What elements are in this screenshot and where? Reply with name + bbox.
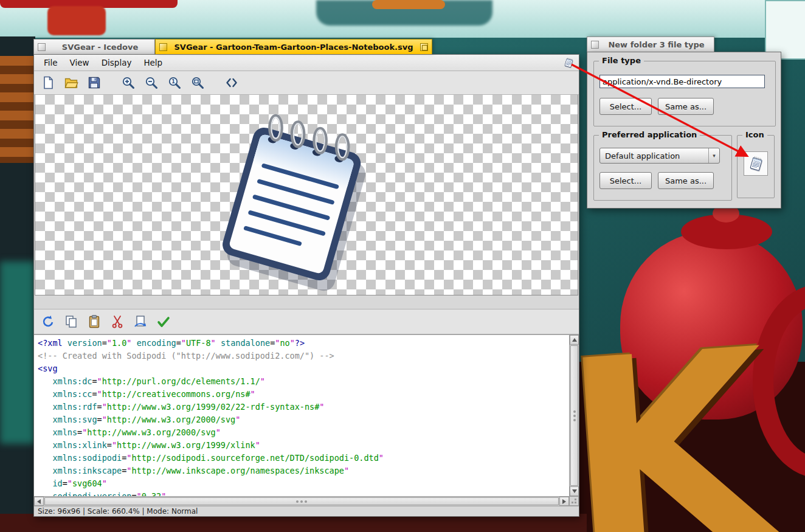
document-drag-icon[interactable] — [562, 56, 575, 69]
down-arrow-icon — [572, 489, 577, 493]
resize-grip — [575, 502, 576, 503]
paste-icon — [87, 314, 102, 329]
zoom-original-icon: 1 — [167, 75, 182, 90]
code-line: xmlns:inkscape="http://www.inkscape.org/… — [38, 465, 569, 477]
status-text: Size: 96x96 | Scale: 660.4% | Mode: Norm… — [38, 507, 198, 516]
file-type-group-label: File type — [599, 56, 644, 65]
menu-item-display[interactable]: Display — [95, 56, 138, 69]
edit-toolbar — [34, 309, 579, 334]
zoom-out-icon — [144, 75, 159, 90]
thumb-grip — [300, 500, 303, 503]
code-view-icon — [224, 75, 239, 90]
filetype-window-frame: File type Select... Same as... Preferred… — [587, 52, 781, 209]
code-line: <!-- Created with Sodipodi ("http://www.… — [38, 350, 569, 362]
save-button[interactable] — [85, 74, 103, 92]
file-type-same-as-button[interactable]: Same as... — [658, 98, 714, 115]
zoom-fit-button[interactable] — [188, 74, 207, 92]
code-line: <?xml version="1.0" encoding="UTF-8" sta… — [38, 337, 569, 350]
zoom-fit-icon — [190, 75, 205, 90]
scroll-right-button[interactable] — [559, 497, 569, 506]
background-letter: K — [556, 314, 776, 532]
right-arrow-icon — [562, 499, 566, 504]
code-line: sodipodi:version="0.32" — [38, 490, 569, 496]
code-line: <svg — [38, 362, 569, 375]
notepad-mini-icon — [562, 56, 575, 69]
zoom-button[interactable] — [420, 43, 428, 51]
window-tab-icedove[interactable]: SVGear - Icedove — [33, 39, 155, 54]
resize-corner[interactable] — [569, 496, 579, 506]
code-editor[interactable]: <?xml version="1.0" encoding="UTF-8" sta… — [34, 335, 569, 496]
cut-icon — [110, 314, 125, 329]
zoom-original-button[interactable]: 1 — [165, 74, 184, 92]
apply-button[interactable] — [154, 313, 173, 331]
save-icon — [87, 75, 102, 90]
preferred-application-group: Preferred application Default applicatio… — [593, 135, 732, 201]
open-file-button[interactable] — [62, 74, 80, 92]
new-document-icon — [41, 75, 55, 90]
copy-icon — [64, 314, 78, 329]
paste-button[interactable] — [85, 313, 103, 331]
vertical-scroll-thumb[interactable] — [570, 345, 578, 486]
zoom-in-button[interactable] — [119, 74, 137, 92]
preferred-application-group-label: Preferred application — [599, 130, 700, 139]
desktop-decor — [0, 261, 35, 444]
refresh-preview-button[interactable] — [131, 313, 150, 331]
horizontal-scroll-thumb[interactable] — [44, 497, 559, 505]
copy-button[interactable] — [62, 313, 80, 331]
undo-button[interactable] — [39, 313, 57, 331]
undo-icon — [41, 314, 55, 329]
code-line: xmlns:sodipodi="http://sodipodi.sourcefo… — [38, 452, 569, 465]
close-button[interactable] — [591, 41, 599, 49]
window-tab-notebook[interactable]: SVGear - Gartoon-Team-Gartoon-Places-Not… — [155, 39, 432, 54]
icon-group-label: Icon — [742, 130, 767, 139]
cut-button[interactable] — [108, 313, 126, 331]
file-type-select-button[interactable]: Select... — [599, 98, 652, 115]
splitter[interactable] — [34, 295, 579, 309]
notepad-mini-icon — [746, 154, 765, 173]
file-type-group: File type Select... Same as... — [593, 61, 776, 126]
status-bar: Size: 96x96 | Scale: 660.4% | Mode: Norm… — [34, 506, 579, 516]
code-view-button[interactable] — [223, 74, 241, 92]
zoom-out-button[interactable] — [142, 74, 161, 92]
scroll-left-button[interactable] — [34, 497, 44, 506]
code-line: xmlns="http://www.w3.org/2000/svg" — [38, 426, 569, 439]
menu-item-help[interactable]: Help — [137, 56, 168, 69]
menu-item-view[interactable]: View — [64, 56, 95, 69]
filetype-window: New folder 3 file type File type Select.… — [587, 36, 783, 209]
main-toolbar: 1 — [34, 71, 579, 95]
new-document-button[interactable] — [39, 74, 57, 92]
file-type-input[interactable] — [599, 75, 765, 88]
up-arrow-icon — [572, 338, 577, 342]
code-line: xmlns:cc="http://creativecommons.org/ns#… — [38, 388, 569, 401]
svg-canvas — [35, 95, 578, 295]
close-button[interactable] — [159, 43, 167, 51]
icon-well[interactable] — [744, 151, 768, 176]
menu-bar: FileViewDisplayHelp — [34, 55, 579, 71]
scroll-up-button[interactable] — [570, 335, 579, 345]
preferred-application-select-button[interactable]: Select... — [599, 172, 652, 189]
preferred-application-dropdown[interactable]: Default application ▾ — [599, 148, 720, 164]
close-button[interactable] — [38, 43, 46, 51]
desktop-decor — [372, 0, 445, 9]
horizontal-scrollbar[interactable] — [34, 496, 569, 506]
apply-check-icon — [156, 314, 171, 329]
window-title-icedove: SVGear - Icedove — [49, 43, 151, 52]
preferred-application-same-as-button[interactable]: Same as... — [658, 172, 714, 189]
zoom-button-glyph — [422, 45, 427, 50]
filetype-window-tab[interactable]: New folder 3 file type — [587, 36, 714, 52]
code-line: xmlns:dc="http://purl.org/dc/elements/1.… — [38, 375, 569, 388]
code-line: xmlns:xlink="http://www.w3.org/1999/xlin… — [38, 439, 569, 452]
svg-text:1: 1 — [171, 79, 175, 85]
menu-item-file[interactable]: File — [38, 56, 64, 69]
code-editor-area: <?xml version="1.0" encoding="UTF-8" sta… — [34, 334, 579, 496]
scroll-down-button[interactable] — [570, 486, 579, 496]
window-title-notebook: SVGear - Gartoon-Team-Gartoon-Places-Not… — [171, 43, 416, 52]
svgear-window: SVGear - Icedove SVGear - Gartoon-Team-G… — [33, 39, 581, 519]
icon-group: Icon — [737, 135, 775, 198]
desktop-decor — [0, 56, 34, 163]
vertical-scrollbar[interactable] — [569, 335, 579, 496]
filetype-window-title: New folder 3 file type — [603, 40, 710, 49]
svgear-window-frame: FileViewDisplayHelp — [33, 54, 579, 517]
open-folder-icon — [64, 75, 78, 90]
code-line: id="svg604" — [38, 477, 569, 490]
